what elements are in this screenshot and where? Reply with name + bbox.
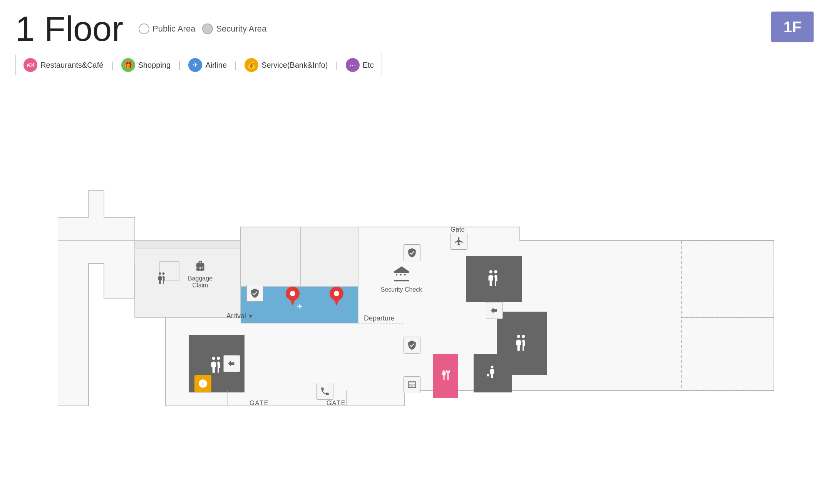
shopping-icon: 🎁 xyxy=(121,58,135,72)
category-restaurant: 🍽 Restaurants&Café xyxy=(23,58,103,72)
public-area-label: Public Area xyxy=(152,24,195,34)
public-area-circle xyxy=(139,23,149,34)
etc-icon: ⋯ xyxy=(346,58,360,72)
restroom-block-top-right xyxy=(465,255,521,301)
phone-icon[interactable] xyxy=(317,383,333,400)
restaurant-block xyxy=(432,353,457,397)
svg-rect-7 xyxy=(135,240,241,248)
security-area-label: Security Area xyxy=(216,24,266,34)
legend-area: Public Area Security Area xyxy=(139,23,266,34)
floor-badge: 1F xyxy=(771,12,814,42)
exit-icon-right[interactable] xyxy=(486,302,503,319)
exit-icon-box-lower[interactable] xyxy=(223,355,240,372)
sep2: | xyxy=(178,60,181,70)
gate-top-right-label: Gate xyxy=(451,226,465,234)
svg-point-22 xyxy=(290,291,295,296)
atm-icon[interactable] xyxy=(404,376,420,393)
service-icon: 💰 xyxy=(245,58,258,72)
floor-title: 1 Floor xyxy=(15,12,123,46)
svg-rect-12 xyxy=(241,227,300,287)
svg-marker-23 xyxy=(290,298,296,306)
etc-label: Etc xyxy=(363,61,374,70)
sep1: | xyxy=(111,60,113,70)
airline-label: Airline xyxy=(205,61,227,70)
baggage-claim-area: Baggage Claim xyxy=(185,260,216,289)
gate-label-2: GATE xyxy=(327,400,346,407)
restaurant-label: Restaurants&Café xyxy=(40,61,103,70)
security-area-circle xyxy=(202,23,213,34)
arrival-label: Arrival ▼ xyxy=(226,312,253,320)
airline-icon: ✈ xyxy=(188,58,202,72)
svg-marker-26 xyxy=(333,298,340,306)
category-airline: ✈ Airline xyxy=(188,58,227,72)
gate-icon-top-right[interactable] xyxy=(451,233,467,250)
baggage-icon xyxy=(193,260,207,274)
security-check-label: Security Check xyxy=(381,286,422,293)
sep3: | xyxy=(234,60,237,70)
baggage-claim-label: Baggage Claim xyxy=(185,275,216,289)
svg-rect-13 xyxy=(300,227,358,287)
shopping-label: Shopping xyxy=(138,61,171,70)
service-label: Service(Bank&Info) xyxy=(261,61,328,70)
departure-label: Departure xyxy=(364,314,395,322)
header: 1 Floor Public Area Security Area xyxy=(15,12,266,46)
security-icon-left[interactable] xyxy=(246,285,263,302)
location-pin-1[interactable] xyxy=(286,287,300,307)
security-icon-right[interactable] xyxy=(404,337,420,354)
baby-service-block xyxy=(473,353,511,392)
sep4: | xyxy=(336,60,338,70)
svg-point-25 xyxy=(334,291,339,296)
category-bar: 🍽 Restaurants&Café | 🎁 Shopping | ✈ Airl… xyxy=(15,54,382,76)
category-shopping: 🎁 Shopping xyxy=(121,58,171,72)
location-pin-2[interactable] xyxy=(330,287,343,307)
security-check-area: Security Check xyxy=(373,256,429,302)
restroom-icon-left xyxy=(155,271,169,287)
map-container: ✈ xyxy=(58,113,774,406)
gate-label-1: GATE xyxy=(250,400,269,407)
restaurant-icon: 🍽 xyxy=(23,58,37,72)
category-service: 💰 Service(Bank&Info) xyxy=(245,58,328,72)
info-icon-box[interactable] xyxy=(194,375,211,392)
category-etc: ⋯ Etc xyxy=(346,58,374,72)
